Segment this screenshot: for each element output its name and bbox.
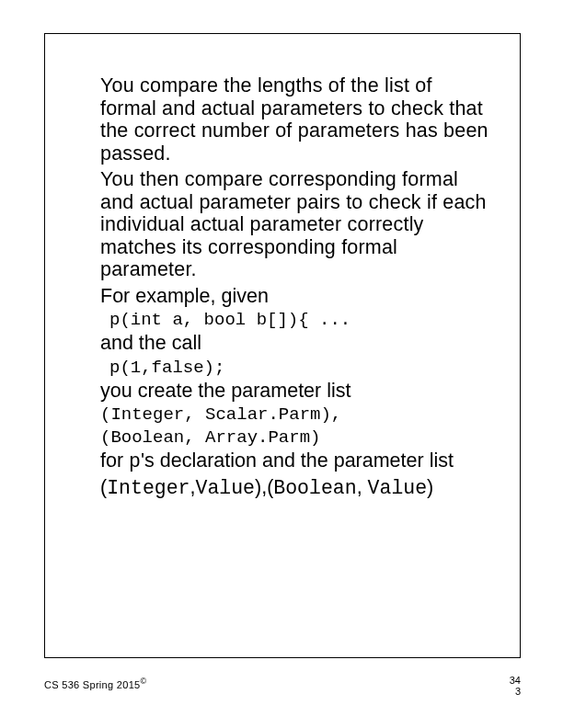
code-declaration: p(int a, bool b[]){ ... — [109, 310, 488, 330]
footer-course: CS 536 Spring 2015© — [44, 677, 146, 690]
you-create-line: you create the parameter list — [100, 380, 488, 403]
word-value-1: Value — [195, 477, 255, 499]
word-value-2: Value — [368, 477, 428, 499]
paragraph-2: You then compare corresponding formal an… — [100, 168, 488, 281]
pagenum-bottom: 3 — [510, 686, 521, 697]
code-p: p — [129, 450, 141, 472]
pagenum-top: 34 — [510, 675, 521, 686]
paren-close-2: ) — [427, 476, 433, 498]
word-boolean: Boolean — [273, 477, 356, 499]
comma-2: , — [357, 476, 368, 498]
paragraph-1: You compare the lengths of the list of f… — [100, 74, 488, 165]
copyright-mark: © — [140, 677, 146, 686]
code-call: p(1,false); — [109, 358, 488, 378]
param-list-formal-1: (Integer, Scalar.Parm), — [100, 404, 488, 425]
page-footer: CS 536 Spring 2015© 34 3 — [44, 671, 521, 708]
footer-left-text: CS 536 Spring 2015 — [44, 679, 140, 690]
for-example-line: For example, given — [100, 285, 488, 308]
for-p-declaration-line: for p's declaration and the parameter li… — [100, 449, 488, 473]
param-list-formal-2: (Boolean, Array.Parm) — [100, 427, 488, 448]
word-integer: Integer — [107, 477, 190, 499]
footer-pagenum: 34 3 — [510, 675, 521, 697]
for-prefix: for — [100, 449, 129, 472]
paren-mid: ),( — [255, 476, 273, 498]
and-the-call-line: and the call — [100, 332, 488, 355]
param-list-actual: (Integer,Value),(Boolean, Value) — [100, 476, 488, 500]
slide-frame: You compare the lengths of the list of f… — [44, 33, 521, 658]
for-suffix: 's declaration and the parameter list — [141, 449, 454, 472]
